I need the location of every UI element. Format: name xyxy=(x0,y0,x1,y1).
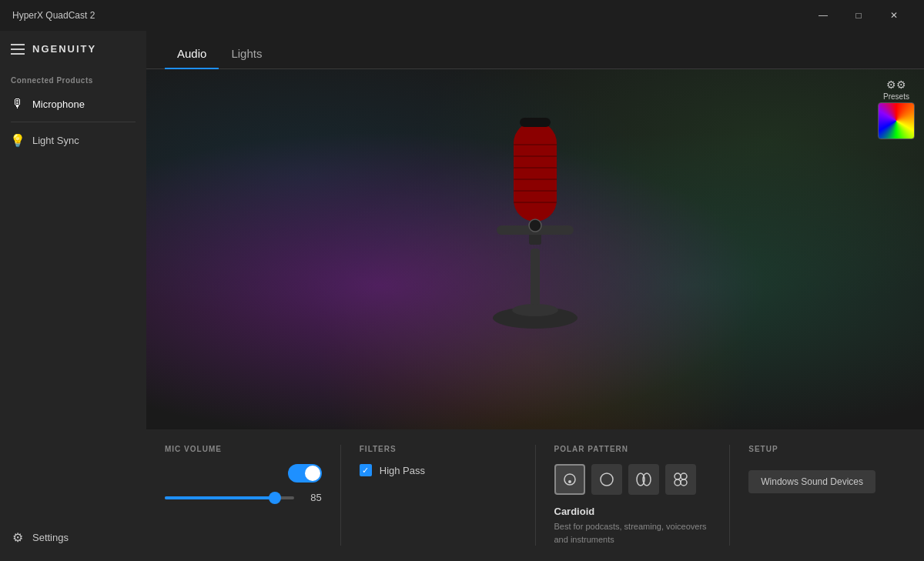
filter-item-high-pass[interactable]: ✓ High Pass xyxy=(360,464,517,476)
app-logo: NGENUITY xyxy=(32,43,96,55)
svg-rect-13 xyxy=(520,118,551,127)
sidebar-item-microphone-label: Microphone xyxy=(32,99,85,110)
volume-slider-track[interactable] xyxy=(165,496,294,499)
app-body: NGENUITY Connected Products 🎙 Microphone… xyxy=(0,31,924,561)
polar-pattern-buttons xyxy=(554,464,711,495)
polar-pattern-label: POLAR PATTERN xyxy=(554,445,711,453)
high-pass-checkbox[interactable]: ✓ xyxy=(360,464,372,476)
polar-cardioid-btn[interactable] xyxy=(554,464,585,495)
sidebar-item-microphone[interactable]: 🎙 Microphone xyxy=(0,89,146,119)
polar-omnidirectional-btn[interactable] xyxy=(591,464,622,495)
presets-label: Presets xyxy=(883,92,909,101)
polar-selected-name: Cardioid xyxy=(554,506,711,517)
menu-icon[interactable] xyxy=(11,44,25,55)
svg-rect-9 xyxy=(531,249,540,310)
content-area: Audio Lights xyxy=(146,31,924,561)
sidebar-item-settings[interactable]: ⚙ Settings xyxy=(0,523,146,552)
tab-bar: Audio Lights xyxy=(146,31,924,69)
filters-label: FILTERS xyxy=(360,445,517,453)
microphone-image xyxy=(474,114,597,360)
sidebar-item-light-sync-label: Light Sync xyxy=(32,135,79,146)
checkmark-icon: ✓ xyxy=(362,466,369,476)
mic-volume-toggle[interactable] xyxy=(288,464,322,483)
svg-point-21 xyxy=(681,479,687,486)
sidebar-bottom: ⚙ Settings xyxy=(0,523,146,561)
window-title: HyperX QuadCast 2 xyxy=(12,10,805,21)
controls-panel: MIC VOLUME 85 FILTERS xyxy=(146,429,924,561)
maximize-button[interactable]: □ xyxy=(841,3,876,28)
svg-point-14 xyxy=(568,480,571,483)
svg-point-15 xyxy=(601,473,613,486)
setup-section: SETUP Windows Sound Devices xyxy=(730,445,906,546)
svg-point-19 xyxy=(681,473,687,479)
volume-slider-thumb[interactable] xyxy=(269,492,281,504)
title-bar: HyperX QuadCast 2 — □ ✕ xyxy=(0,0,924,31)
presets-icon: ⚙⚙ xyxy=(886,78,906,91)
mic-volume-label: MIC VOLUME xyxy=(165,445,322,453)
polar-selected-desc: Best for podcasts, streaming, voiceovers… xyxy=(554,520,711,546)
sidebar-item-settings-label: Settings xyxy=(32,532,69,543)
presets-thumbnail xyxy=(878,102,915,139)
high-pass-label: High Pass xyxy=(380,465,425,476)
hero-area: ⚙⚙ Presets xyxy=(146,69,924,429)
microphone-svg xyxy=(474,114,597,360)
slider-row: 85 xyxy=(165,492,322,503)
filters-section: FILTERS ✓ High Pass xyxy=(341,445,536,546)
volume-value: 85 xyxy=(303,492,322,503)
window-controls: — □ ✕ xyxy=(805,3,912,28)
connected-products-label: Connected Products xyxy=(0,67,146,89)
windows-sound-devices-button[interactable]: Windows Sound Devices xyxy=(748,470,875,493)
svg-rect-0 xyxy=(514,122,557,222)
volume-slider-fill xyxy=(165,496,275,499)
polar-pattern-section: POLAR PATTERN Cardioid Bes xyxy=(536,445,731,546)
light-sync-icon: 💡 xyxy=(11,133,25,147)
svg-point-11 xyxy=(512,304,558,316)
setup-label: SETUP xyxy=(748,445,906,453)
mic-volume-section: MIC VOLUME 85 xyxy=(165,445,341,546)
svg-point-20 xyxy=(675,479,681,486)
close-button[interactable]: ✕ xyxy=(876,3,912,28)
polar-bidirectional-btn[interactable] xyxy=(628,464,659,495)
tab-audio[interactable]: Audio xyxy=(165,39,219,69)
microphone-icon: 🎙 xyxy=(11,97,25,111)
sidebar: NGENUITY Connected Products 🎙 Microphone… xyxy=(0,31,146,561)
sidebar-item-light-sync[interactable]: 💡 Light Sync xyxy=(0,125,146,155)
tab-lights[interactable]: Lights xyxy=(219,39,274,69)
svg-point-12 xyxy=(529,219,541,232)
minimize-button[interactable]: — xyxy=(805,3,841,28)
sidebar-header: NGENUITY xyxy=(0,31,146,67)
settings-icon: ⚙ xyxy=(11,530,25,544)
svg-point-18 xyxy=(675,473,681,479)
polar-stereo-btn[interactable] xyxy=(665,464,696,495)
volume-toggle-row xyxy=(165,464,322,483)
presets-button[interactable]: ⚙⚙ Presets xyxy=(878,78,915,139)
sidebar-divider xyxy=(11,122,136,122)
